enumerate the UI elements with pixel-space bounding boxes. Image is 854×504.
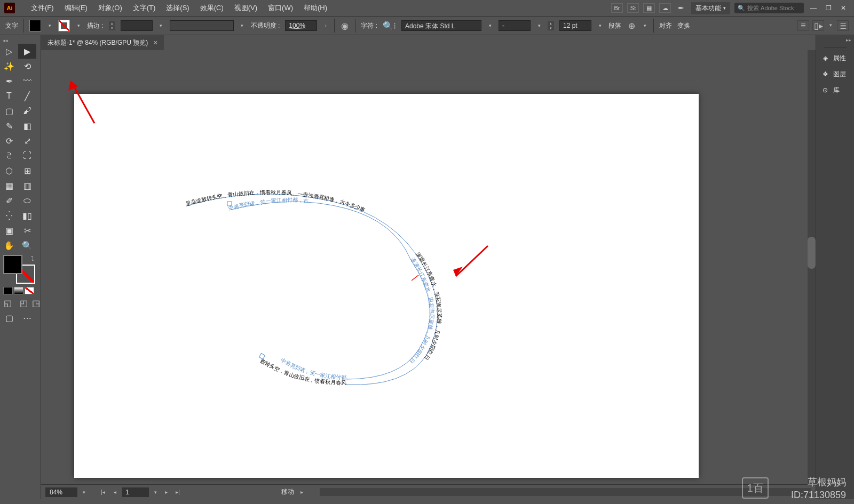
menu-view[interactable]: 视图(V) <box>229 3 263 13</box>
document-tab[interactable]: 未标题-1* @ 84% (RGB/GPU 预览) × <box>41 35 164 51</box>
eyedropper-tool[interactable]: ✐ <box>0 193 18 208</box>
magic-wand-tool[interactable]: ✨ <box>0 59 18 74</box>
menu-edit[interactable]: 编辑(E) <box>59 3 93 13</box>
color-mode[interactable] <box>3 287 13 294</box>
paintbrush-tool[interactable]: 🖌 <box>18 103 36 118</box>
width-tool[interactable]: ⫔ <box>0 148 18 163</box>
artboard-tool[interactable]: ▣ <box>0 223 18 238</box>
stroke-down[interactable]: ▾ <box>109 26 115 30</box>
brush-input[interactable] <box>170 20 234 31</box>
stroke-up[interactable]: ▴ <box>109 21 115 26</box>
rectangle-tool[interactable]: ▢ <box>0 103 18 118</box>
paragraph-dropdown[interactable]: ▾ <box>642 21 648 30</box>
eraser-tool[interactable]: ◧ <box>18 118 36 133</box>
canvas[interactable]: 是非成败转头空，青山依旧在，惯看秋月春风。一壶浊酒喜相逢，古今多少事 中将亮归诸… <box>41 50 808 484</box>
fill-swatch[interactable] <box>29 20 41 31</box>
mesh-tool[interactable]: ▦ <box>0 178 18 193</box>
panel-collapse[interactable]: ▸▸ <box>816 37 854 44</box>
tab-close-button[interactable]: × <box>153 38 157 47</box>
size-down[interactable]: ▾ <box>548 26 554 30</box>
menu-help[interactable]: 帮助(H) <box>298 3 333 13</box>
curvature-tool[interactable]: 〰 <box>18 74 36 89</box>
direct-selection-tool[interactable]: ▶ <box>18 44 36 59</box>
free-transform-tool[interactable]: ⛶ <box>18 148 36 163</box>
zoom-input[interactable]: 84% <box>45 487 77 497</box>
shape-builder-tool[interactable]: ⬡ <box>0 163 18 178</box>
opacity-dropdown[interactable]: › <box>322 21 329 30</box>
shaper-tool[interactable]: ✎ <box>0 118 18 133</box>
path-text-object[interactable]: 是非成败转头空，青山依旧在，惯看秋月春风。一壶浊酒喜相逢，古今多少事 中将亮归诸… <box>186 190 496 393</box>
draw-normal[interactable]: ◱ <box>0 295 15 310</box>
vertical-scrollbar[interactable] <box>808 50 816 484</box>
none-mode[interactable] <box>25 287 34 294</box>
line-tool[interactable]: ╱ <box>18 89 36 103</box>
font-dropdown[interactable]: ▾ <box>487 21 493 30</box>
cloud-icon[interactable]: ☁ <box>659 3 671 13</box>
options-icon[interactable]: ≣ <box>837 20 849 31</box>
graph-tool[interactable]: ▮▯ <box>18 208 36 223</box>
menu-effect[interactable]: 效果(C) <box>195 3 229 13</box>
font-family-input[interactable]: Adobe 宋体 Std L <box>401 20 481 31</box>
panel-properties[interactable]: ◈ 属性 <box>816 50 854 66</box>
pen-tool[interactable]: ✒ <box>0 74 18 89</box>
gradient-mode[interactable] <box>14 287 23 294</box>
panel-libraries[interactable]: ⊙ 库 <box>816 82 854 98</box>
align-icon[interactable]: ≡ <box>797 20 809 31</box>
menu-select[interactable]: 选择(S) <box>161 3 194 13</box>
iso-dropdown[interactable]: ▾ <box>827 20 834 30</box>
zoom-dropdown[interactable]: ▾ <box>81 487 87 497</box>
last-artboard[interactable]: ▸| <box>173 488 182 497</box>
rotate-tool[interactable]: ⟳ <box>0 133 18 148</box>
bridge-icon[interactable]: Br <box>611 3 623 13</box>
type-tool[interactable]: T <box>0 89 18 103</box>
brush-dropdown[interactable]: ▾ <box>239 21 246 30</box>
prev-artboard[interactable]: ◂ <box>110 488 119 497</box>
draw-inside[interactable]: ◳ <box>31 295 41 310</box>
stroke-dropdown[interactable]: ▾ <box>75 21 82 30</box>
recolor-icon[interactable]: ◉ <box>340 21 350 30</box>
perspective-tool[interactable]: ⊞ <box>18 163 36 178</box>
size-up[interactable]: ▴ <box>548 21 554 26</box>
selection-tool[interactable]: ▷ <box>0 44 18 59</box>
fill-dropdown[interactable]: ▾ <box>46 21 53 30</box>
workspace-switcher[interactable]: 基本功能▾ <box>691 2 730 14</box>
lasso-tool[interactable]: ⟲ <box>18 59 36 74</box>
menu-file[interactable]: 文件(F) <box>26 3 59 13</box>
stroke-swatch[interactable] <box>58 20 70 31</box>
search-input[interactable]: 🔍搜索 Adobe Stock <box>734 3 804 13</box>
symbol-sprayer-tool[interactable]: ⁛ <box>0 208 18 223</box>
slice-tool[interactable]: ✂ <box>18 223 36 238</box>
gradient-tool[interactable]: ▥ <box>18 178 36 193</box>
isolate-icon[interactable]: ▯▸ <box>812 20 824 31</box>
font-size-input[interactable]: 12 pt <box>559 20 591 31</box>
zoom-tool[interactable]: 🔍 <box>18 238 36 253</box>
style-dropdown[interactable]: ▾ <box>536 21 542 30</box>
close-button[interactable]: ✕ <box>838 3 849 13</box>
maximize-button[interactable]: ❐ <box>823 3 834 13</box>
horizontal-scrollbar[interactable] <box>320 488 811 496</box>
menu-object[interactable]: 对象(O) <box>93 3 128 13</box>
draw-behind[interactable]: ◰ <box>15 295 31 310</box>
hand-tool[interactable]: ✋ <box>0 238 18 253</box>
blend-tool[interactable]: ⬭ <box>18 193 36 208</box>
next-artboard[interactable]: ▸ <box>162 488 170 497</box>
size-dropdown[interactable]: ▾ <box>597 21 603 30</box>
screen-mode[interactable]: ▢ <box>0 310 18 325</box>
font-style-input[interactable]: - <box>499 20 531 31</box>
first-artboard[interactable]: |◂ <box>99 488 107 497</box>
menu-type[interactable]: 文字(T) <box>128 3 161 13</box>
stock-icon[interactable]: St <box>627 3 639 13</box>
status-menu[interactable]: ▸ <box>297 488 306 497</box>
panel-layers[interactable]: ❖ 图层 <box>816 66 854 82</box>
fill-stroke-control[interactable]: ⤵ <box>3 255 35 284</box>
opacity-input[interactable]: 100% <box>285 20 317 31</box>
minimize-button[interactable]: — <box>808 3 819 13</box>
edit-toolbar[interactable]: ⋯ <box>18 310 36 325</box>
artboard-dropdown[interactable]: ▾ <box>152 487 159 497</box>
artboard-number-input[interactable]: 1 <box>122 487 149 497</box>
menu-window[interactable]: 窗口(W) <box>263 3 298 13</box>
stroke-weight-input[interactable] <box>121 20 153 31</box>
paragraph-icon[interactable]: ⊕ <box>627 21 636 30</box>
arrange-icon[interactable]: ▦ <box>643 3 655 13</box>
toolbar-collapse[interactable]: ◂◂ <box>0 37 41 44</box>
